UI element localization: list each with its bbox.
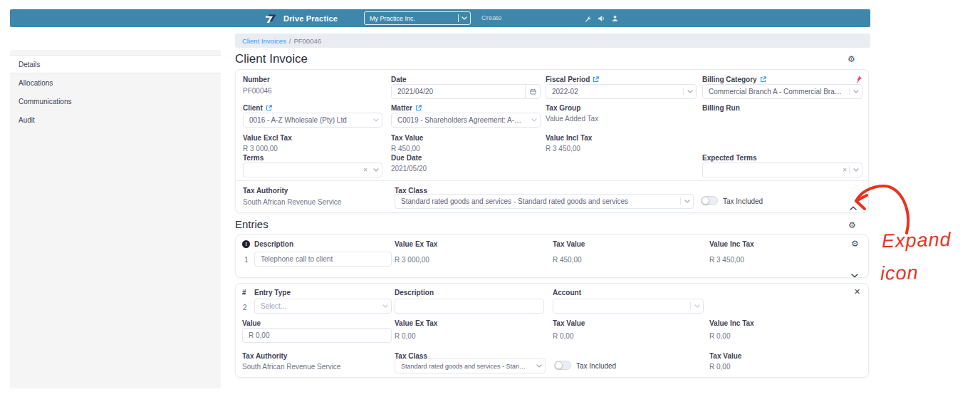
close-icon[interactable]: ✕ xyxy=(854,288,860,296)
column-header: Entry Type xyxy=(254,289,291,297)
clear-icon[interactable]: ✕ xyxy=(361,167,370,173)
entry-description-input[interactable] xyxy=(395,299,544,314)
field-label: Value xyxy=(242,319,261,327)
edit-link-icon[interactable] xyxy=(760,76,766,83)
tax-authority-value: South African Revenue Service xyxy=(242,363,340,371)
field-label: Client xyxy=(243,104,263,112)
sidebar-item-label: Details xyxy=(19,61,41,68)
field-label: Tax Group xyxy=(546,104,580,112)
sidebar-item-communications[interactable]: Communications xyxy=(10,92,221,110)
matter-select[interactable]: C0019 - Shareholders Agreement: A-Z Whol… xyxy=(391,113,541,128)
clear-icon[interactable]: ✕ xyxy=(840,167,849,173)
field-label: Billing Category xyxy=(702,76,757,83)
sidebar-item-allocations[interactable]: Allocations xyxy=(10,73,221,92)
column-header: Account xyxy=(553,289,581,297)
practice-select-value: My Practice Inc. xyxy=(365,15,458,22)
entry-value-inc-tax: R 3 450,00 xyxy=(709,256,744,264)
left-sidebar: Details Allocations Communications Audit xyxy=(10,50,221,388)
tax-authority-value: South African Revenue Service xyxy=(243,198,341,206)
tax-value-value: R 450,00 xyxy=(391,145,420,153)
create-menu[interactable]: Create xyxy=(481,14,502,21)
user-icon[interactable] xyxy=(612,15,618,22)
breadcrumb-current: PF00046 xyxy=(293,37,321,45)
page-settings-gear-icon[interactable]: ⚙ xyxy=(848,55,855,63)
account-select[interactable] xyxy=(553,299,704,314)
date-input[interactable]: 2021/04/20 xyxy=(391,84,541,99)
chevron-down-icon xyxy=(850,168,862,172)
entry-description-input[interactable] xyxy=(254,252,392,267)
entry-edit-card: # Entry Type Description Account ✕ 2 Sel… xyxy=(235,283,869,378)
field-label: Terms xyxy=(243,154,264,162)
field-label: Tax Value xyxy=(709,352,741,360)
tools-icon[interactable] xyxy=(584,15,591,22)
entry-row-number: 1 xyxy=(244,256,249,264)
column-header: Value Ex Tax xyxy=(395,240,437,248)
field-label: Matter xyxy=(391,104,412,112)
practice-select[interactable]: My Practice Inc. xyxy=(364,11,471,25)
info-exclamation-icon[interactable]: ! xyxy=(242,240,250,248)
field-label: Value Ex Tax xyxy=(395,319,437,327)
date-value: 2021/04/20 xyxy=(392,88,525,96)
breadcrumb-link-client-invoices[interactable]: Client Invoices xyxy=(242,37,286,45)
page-title: Client Invoice xyxy=(235,52,308,66)
sidebar-item-audit[interactable]: Audit xyxy=(10,110,221,129)
annotation-text-line1: Expand xyxy=(882,229,952,253)
number-value: PF00046 xyxy=(243,87,272,95)
due-date-value: 2021/05/20 xyxy=(391,165,427,172)
terms-select[interactable]: ✕ xyxy=(243,163,382,177)
sidebar-item-label: Communications xyxy=(19,98,71,105)
entry-row-number: 2 xyxy=(243,304,247,311)
edit-link-icon[interactable] xyxy=(593,76,599,83)
breadcrumb-separator: / xyxy=(289,37,291,45)
tax-included-toggle[interactable] xyxy=(701,196,718,205)
chevron-down-icon xyxy=(370,168,382,172)
column-header: Description xyxy=(254,240,293,248)
value-input[interactable] xyxy=(242,328,392,343)
fiscal-period-value: 2022-02 xyxy=(546,88,683,96)
tax-class-select[interactable]: Standard rated goods and services - Stan… xyxy=(395,359,546,373)
edit-link-icon[interactable] xyxy=(266,105,272,111)
field-label: Billing Run xyxy=(702,104,740,112)
top-navbar: Drive Practice My Practice Inc. Create xyxy=(10,9,870,27)
chevron-down-icon xyxy=(379,304,391,308)
entry-summary-card: ! Description Value Ex Tax Tax Value Val… xyxy=(235,234,869,278)
tax-class-value: Standard rated goods and services - Stan… xyxy=(395,197,680,205)
sidebar-item-label: Allocations xyxy=(19,79,53,87)
billing-category-select[interactable]: Commercial Branch A - Commercial Branch … xyxy=(702,84,862,99)
calendar-icon[interactable] xyxy=(526,88,540,95)
tax-class-select[interactable]: Standard rated goods and services - Stan… xyxy=(395,194,694,209)
field-label: Due Date xyxy=(391,154,422,162)
chevron-down-icon xyxy=(684,90,696,93)
navbar-icons xyxy=(584,9,618,27)
entry-tax-value: R 450,00 xyxy=(553,256,582,264)
value-incl-tax-value: R 3 450,00 xyxy=(546,145,580,153)
card-divider xyxy=(236,180,870,181)
tax-class-value: Standard rated goods and services - Stan… xyxy=(395,363,533,370)
breadcrumb: Client Invoices / PF00046 xyxy=(235,33,870,48)
tax-included-toggle[interactable] xyxy=(554,361,571,370)
fiscal-period-select[interactable]: 2022-02 xyxy=(546,84,697,99)
entry-value-ex-tax: R 3 000,00 xyxy=(395,256,429,264)
tax-value-value: R 0,00 xyxy=(553,332,573,340)
field-label: Tax Value xyxy=(553,319,585,327)
app-window: Drive Practice My Practice Inc. Create C… xyxy=(0,0,980,397)
sidebar-item-label: Audit xyxy=(19,116,35,124)
column-header: Description xyxy=(395,289,434,297)
field-label: Value Incl Tax xyxy=(546,134,592,142)
field-label: Value Excl Tax xyxy=(243,134,292,142)
chevron-down-icon xyxy=(533,364,545,368)
entry-type-select[interactable]: Select... xyxy=(254,299,392,314)
field-label: Date xyxy=(391,76,407,83)
expected-terms-select[interactable]: ✕ xyxy=(702,163,862,177)
field-label: Tax Authority xyxy=(242,352,287,360)
chevron-down-icon xyxy=(850,90,862,93)
field-label: Expected Terms xyxy=(702,154,757,162)
megaphone-icon[interactable] xyxy=(598,15,605,22)
client-value: 0016 - A-Z Wholesale (Pty) Ltd xyxy=(244,116,370,124)
chevron-down-icon xyxy=(528,118,540,122)
sidebar-item-details[interactable]: Details xyxy=(10,55,221,73)
edit-link-icon[interactable] xyxy=(415,105,422,111)
expand-chevron-down-icon[interactable] xyxy=(851,268,858,281)
billing-category-value: Commercial Branch A - Commercial Branch … xyxy=(703,88,849,96)
client-select[interactable]: 0016 - A-Z Wholesale (Pty) Ltd xyxy=(243,113,382,128)
